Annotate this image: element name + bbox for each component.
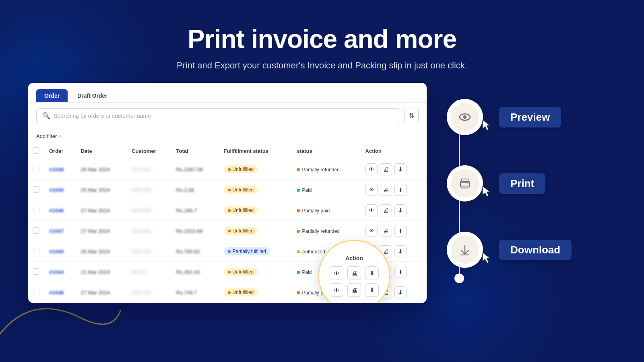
- svg-marker-7: [483, 186, 490, 197]
- print-btn-2[interactable]: 🖨: [380, 204, 392, 216]
- row-order-1: #1045: [44, 180, 76, 200]
- print-btn-1[interactable]: 🖨: [380, 184, 392, 196]
- fulfillment-dot-0: [228, 168, 231, 171]
- row-checkbox-2[interactable]: [33, 207, 39, 213]
- print-btn-3[interactable]: 🖨: [380, 225, 392, 237]
- popup-download-btn-1[interactable]: ⬇: [365, 266, 379, 280]
- row-checkbox-4[interactable]: [33, 248, 39, 254]
- print-btn-0[interactable]: 🖨: [380, 163, 392, 175]
- status-dot-4: [297, 250, 300, 253]
- table-row: #1048 26 Mar 2024 ••••• ••••• Rs.1097.08…: [28, 159, 427, 180]
- action-buttons-3: 👁 🖨 ⬇: [365, 225, 422, 237]
- preview-btn-0[interactable]: 👁: [365, 163, 378, 175]
- status-dot-1: [297, 189, 300, 192]
- popup-download-btn-2[interactable]: ⬇: [365, 283, 379, 297]
- search-placeholder-text: Searching by orders or customer name: [54, 113, 151, 119]
- preview-circle: [447, 99, 483, 135]
- download-btn-6[interactable]: ⬇: [394, 286, 407, 298]
- popup-print-btn-2[interactable]: 🖨: [347, 283, 361, 297]
- status-dot-2: [297, 209, 300, 212]
- popup-preview-btn-2[interactable]: 👁: [330, 283, 343, 297]
- fulfillment-dot-3: [228, 230, 231, 232]
- row-checkbox-cell: [28, 262, 44, 282]
- row-total-0: Rs.1097.08: [171, 159, 219, 180]
- download-btn-4[interactable]: ⬇: [394, 245, 407, 257]
- row-order-0: #1048: [44, 159, 76, 180]
- download-label: Download: [499, 240, 572, 260]
- fulfillment-badge-3: Unfulfilled: [224, 227, 258, 235]
- row-fulfillment-5: Unfulfilled: [219, 262, 292, 282]
- row-customer-2: ••••• •••••: [127, 200, 171, 221]
- popup-preview-btn-1[interactable]: 👁: [330, 266, 343, 280]
- row-total-1: Rs.2.08: [171, 180, 219, 200]
- tab-draft-order[interactable]: Draft Order: [69, 89, 116, 102]
- fulfillment-dot-6: [228, 291, 231, 294]
- action-buttons-1: 👁 🖨 ⬇: [365, 184, 422, 196]
- fulfillment-badge-1: Unfulfilled: [224, 186, 258, 194]
- add-filter-button[interactable]: Add filter +: [36, 133, 62, 139]
- row-fulfillment-1: Unfulfilled: [219, 180, 292, 200]
- svg-rect-9: [460, 254, 469, 255]
- header-section: Print invoice and more Print and Export …: [0, 0, 644, 83]
- svg-marker-10: [483, 253, 490, 263]
- preview-btn-1[interactable]: 👁: [365, 184, 378, 196]
- row-actions-3: 👁 🖨 ⬇: [361, 221, 427, 241]
- row-fulfillment-3: Unfulfilled: [219, 221, 292, 241]
- action-buttons-0: 👁 🖨 ⬇: [365, 163, 422, 175]
- row-checkbox-cell: [28, 159, 44, 180]
- print-cursor: [481, 185, 493, 199]
- row-checkbox-1[interactable]: [33, 186, 39, 193]
- sort-button[interactable]: ⇅: [404, 109, 419, 123]
- row-checkbox-3[interactable]: [33, 227, 39, 234]
- row-checkbox-5[interactable]: [33, 268, 39, 275]
- cursor-arrow-icon: [481, 119, 493, 131]
- popup-print-btn-1[interactable]: 🖨: [347, 266, 361, 280]
- row-checkbox-cell: [28, 221, 44, 241]
- order-card: Order Draft Order 🔍 Searching by orders …: [28, 83, 427, 303]
- table-row: #1046 27 Mar 2024 ••••• ••••• Rs.185.7 U…: [28, 200, 427, 221]
- download-btn-3[interactable]: ⬇: [394, 225, 407, 237]
- row-customer-5: ••••• ••: [127, 262, 171, 282]
- fulfillment-dot-5: [228, 271, 231, 274]
- download-btn-2[interactable]: ⬇: [394, 204, 407, 216]
- row-date-6: 27 Mar 2024: [76, 282, 127, 303]
- row-checkbox-6[interactable]: [33, 289, 39, 295]
- download-btn-1[interactable]: ⬇: [394, 184, 407, 196]
- row-status-0: Partially refunded: [292, 159, 360, 180]
- search-bar-container[interactable]: 🔍 Searching by orders or customer name: [36, 108, 400, 123]
- th-status: status: [292, 143, 360, 159]
- order-search-bar: 🔍 Searching by orders or customer name ⇅: [28, 103, 427, 129]
- row-order-5: #1044: [44, 262, 76, 282]
- preview-btn-2[interactable]: 👁: [365, 204, 378, 216]
- row-date-4: 26 Mar 2024: [76, 241, 127, 262]
- row-customer-6: ••••• •••••: [127, 282, 171, 303]
- row-order-6: #1048: [44, 282, 76, 303]
- preview-btn-3[interactable]: 👁: [365, 225, 378, 237]
- fulfillment-badge-6: Unfulfilled: [224, 288, 258, 296]
- download-btn-5[interactable]: ⬇: [394, 266, 407, 278]
- header-checkbox[interactable]: [33, 147, 39, 154]
- status-badge-4: Authorized: [297, 249, 325, 255]
- fulfillment-badge-4: Partially fulfilled: [224, 247, 270, 255]
- order-tabs: Order Draft Order: [28, 83, 427, 103]
- print-icon-container: [451, 169, 479, 197]
- row-fulfillment-6: Unfulfilled: [219, 282, 292, 303]
- row-fulfillment-2: Unfulfilled: [219, 200, 292, 221]
- cursor-print-icon: [481, 185, 493, 197]
- cursor-download-icon: [481, 252, 493, 264]
- status-dot-0: [297, 168, 300, 171]
- th-date: Date: [76, 143, 127, 159]
- th-order: Order: [44, 143, 76, 159]
- download-btn-0[interactable]: ⬇: [394, 163, 407, 175]
- row-order-4: #1045: [44, 241, 76, 262]
- print-icon: [457, 176, 473, 191]
- right-feature-panel: Preview: [443, 91, 616, 292]
- svg-point-1: [463, 115, 466, 119]
- row-checkbox-0[interactable]: [33, 166, 39, 172]
- row-total-5: Rs.352.43: [171, 262, 219, 282]
- table-row: #1047 27 Mar 2024 ••••• ••••• Rs.1010.68…: [28, 221, 427, 241]
- th-total: Total: [171, 143, 219, 159]
- status-dot-3: [297, 230, 300, 233]
- tab-order[interactable]: Order: [36, 89, 68, 102]
- row-checkbox-cell: [28, 180, 44, 200]
